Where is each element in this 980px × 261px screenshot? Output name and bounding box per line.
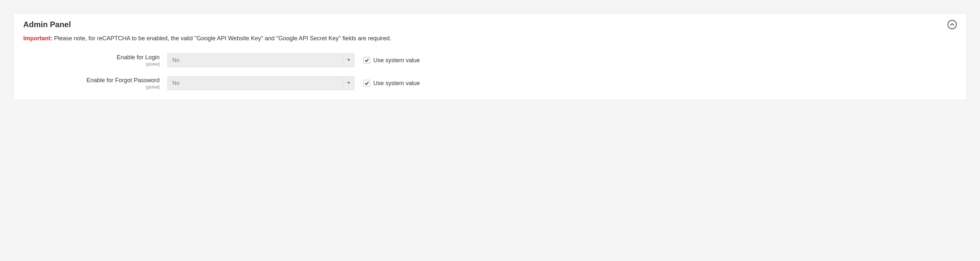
label-column: Enable for Login [global] (23, 54, 167, 66)
checkbox-box (363, 57, 370, 63)
input-column: No (167, 76, 354, 90)
checkmark-icon (364, 58, 369, 63)
select-value: No (167, 76, 354, 90)
field-scope-forgot: [global] (23, 84, 160, 89)
use-system-value-login-checkbox[interactable]: Use system value (363, 57, 420, 64)
chevron-up-icon (950, 22, 954, 27)
input-column: No (167, 54, 354, 67)
field-label-login: Enable for Login (23, 54, 160, 61)
admin-panel-section: Admin Panel Important: Please note, for … (13, 13, 967, 100)
panel-notice: Important: Please note, for reCAPTCHA to… (23, 35, 957, 42)
notice-text: Please note, for reCAPTCHA to be enabled… (52, 35, 391, 41)
select-arrow (342, 54, 354, 67)
checkbox-column: Use system value (354, 57, 420, 64)
caret-down-icon (347, 59, 350, 62)
collapse-toggle-button[interactable] (948, 20, 957, 29)
enable-login-select[interactable]: No (167, 54, 354, 67)
checkmark-icon (364, 81, 369, 85)
use-system-value-forgot-checkbox[interactable]: Use system value (363, 80, 420, 87)
field-scope-login: [global] (23, 62, 160, 66)
caret-down-icon (347, 82, 350, 84)
checkbox-label: Use system value (373, 80, 420, 87)
form-row-enable-forgot-password: Enable for Forgot Password [global] No U… (23, 76, 957, 90)
enable-forgot-password-select[interactable]: No (167, 76, 354, 90)
panel-header: Admin Panel (23, 20, 957, 29)
select-arrow (342, 76, 354, 90)
notice-important-label: Important: (23, 35, 52, 41)
form-row-enable-login: Enable for Login [global] No Use system … (23, 54, 957, 67)
checkbox-label: Use system value (373, 57, 420, 64)
checkbox-box (363, 80, 370, 87)
select-value: No (167, 54, 354, 67)
field-label-forgot: Enable for Forgot Password (23, 77, 160, 84)
panel-title: Admin Panel (23, 20, 71, 29)
checkbox-column: Use system value (354, 80, 420, 87)
label-column: Enable for Forgot Password [global] (23, 77, 167, 89)
